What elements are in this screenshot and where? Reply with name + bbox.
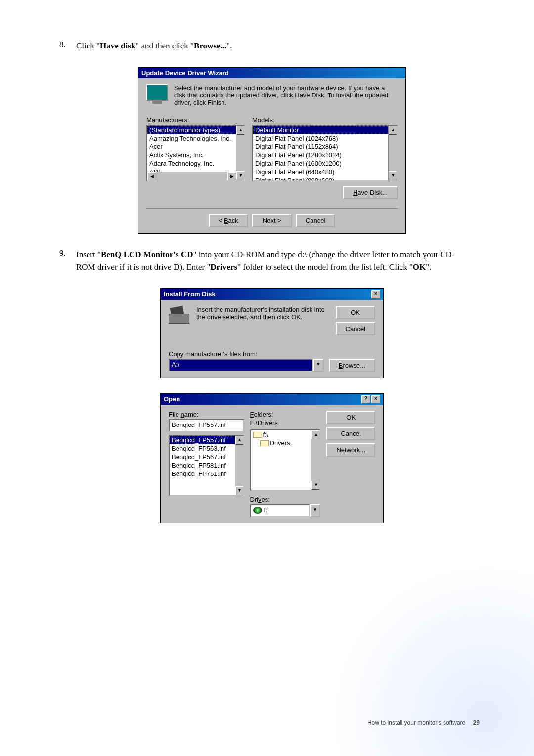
update-driver-wizard-dialog: Update Device Driver Wizard Select the m… bbox=[138, 67, 406, 234]
copy-from-label: Copy manufacturer's files from: bbox=[169, 350, 375, 358]
install-message: Insert the manufacturer's installation d… bbox=[196, 306, 330, 321]
path-input[interactable]: A:\ bbox=[169, 359, 313, 372]
back-button[interactable]: < Back bbox=[209, 214, 248, 227]
scroll-down-icon[interactable]: ▼ bbox=[312, 481, 320, 490]
folder-item[interactable]: f:\ bbox=[251, 430, 320, 439]
scroll-right-icon[interactable]: ▶ bbox=[227, 172, 236, 181]
cancel-button[interactable]: Cancel bbox=[336, 322, 375, 335]
list-item[interactable]: Digital Flat Panel (1600x1200) bbox=[253, 159, 397, 168]
help-icon[interactable]: ? bbox=[361, 395, 370, 403]
manufacturers-listbox[interactable]: (Standard monitor types) Aamazing Techno… bbox=[146, 125, 245, 181]
folder-item[interactable]: Drivers bbox=[251, 439, 320, 447]
filename-label: File name: bbox=[169, 411, 244, 418]
vertical-scrollbar[interactable]: ▲ ▼ bbox=[235, 436, 243, 495]
wizard-title: Update Device Driver Wizard bbox=[141, 69, 229, 77]
list-item[interactable]: (Standard monitor types) bbox=[147, 126, 244, 134]
list-item[interactable]: Digital Flat Panel (800x600) bbox=[253, 176, 397, 181]
monitor-icon bbox=[146, 84, 168, 104]
close-icon[interactable]: × bbox=[371, 395, 380, 403]
folders-path: F:\Drivers bbox=[250, 419, 321, 426]
open-title: Open bbox=[164, 395, 180, 403]
list-item[interactable]: Digital Flat Panel (1024x768) bbox=[253, 134, 397, 142]
list-item[interactable]: Benqlcd_FP567.inf bbox=[170, 453, 243, 461]
list-item[interactable]: Benqlcd_FP563.inf bbox=[170, 444, 243, 453]
ok-button[interactable]: OK bbox=[326, 411, 375, 424]
list-item[interactable]: Digital Flat Panel (1280x1024) bbox=[253, 151, 397, 159]
step8-text: Click "Have disk" and then click "Browse… bbox=[76, 40, 462, 52]
drives-dropdown[interactable]: f: ▼ bbox=[250, 504, 321, 517]
wizard-titlebar: Update Device Driver Wizard bbox=[138, 68, 405, 78]
models-label: Models: bbox=[252, 116, 398, 124]
folder-open-icon bbox=[253, 432, 261, 438]
scroll-down-icon[interactable]: ▼ bbox=[236, 171, 245, 180]
browse-button[interactable]: Browse... bbox=[329, 359, 375, 372]
cancel-button[interactable]: Cancel bbox=[296, 214, 335, 227]
step8-number: 8. bbox=[59, 40, 74, 49]
vertical-scrollbar[interactable]: ▲ ▼ bbox=[311, 430, 319, 490]
drives-label: Drives: bbox=[250, 496, 321, 503]
open-dialog: Open ? × File name: Benqlcd_FP557.inf Be… bbox=[160, 393, 384, 523]
scroll-down-icon[interactable]: ▼ bbox=[235, 486, 244, 495]
chevron-down-icon[interactable]: ▼ bbox=[310, 504, 320, 517]
drive-icon bbox=[253, 507, 262, 514]
footer-text: How to install your monitor's software bbox=[367, 719, 465, 726]
list-item[interactable]: Digital Flat Panel (640x480) bbox=[253, 168, 397, 176]
step-9: 9. Insert "BenQ LCD Monitor's CD" into y… bbox=[59, 248, 485, 274]
filename-input[interactable]: Benqlcd_FP557.inf bbox=[169, 419, 244, 432]
folder-open-icon bbox=[260, 440, 268, 446]
scroll-up-icon[interactable]: ▲ bbox=[235, 436, 244, 445]
path-dropdown[interactable]: A:\ ▼ bbox=[169, 359, 324, 372]
list-item[interactable]: Digital Flat Panel (1152x864) bbox=[253, 142, 397, 151]
scroll-up-icon[interactable]: ▲ bbox=[389, 126, 398, 135]
install-from-disk-dialog: Install From Disk × Insert the manufactu… bbox=[160, 288, 384, 378]
network-button[interactable]: Network... bbox=[326, 443, 375, 457]
step9-text: Insert "BenQ LCD Monitor's CD" into your… bbox=[76, 248, 462, 274]
ok-button[interactable]: OK bbox=[336, 306, 375, 319]
wizard-intro-text: Select the manufacturer and model of you… bbox=[174, 84, 398, 106]
folders-listbox[interactable]: f:\ Drivers ▲ ▼ bbox=[250, 429, 321, 491]
horizontal-scrollbar[interactable]: ◀ ▶ bbox=[147, 172, 236, 180]
list-item[interactable]: Adara Technology, Inc. bbox=[147, 159, 244, 168]
list-item[interactable]: Benqlcd_FP557.inf bbox=[170, 436, 243, 444]
files-listbox[interactable]: Benqlcd_FP557.inf Benqlcd_FP563.inf Benq… bbox=[169, 435, 244, 496]
step-8: 8. Click "Have disk" and then click "Bro… bbox=[59, 40, 485, 52]
scroll-down-icon[interactable]: ▼ bbox=[389, 171, 398, 180]
list-item[interactable]: Aamazing Technologies, Inc. bbox=[147, 134, 244, 142]
drive-value[interactable]: f: bbox=[250, 504, 310, 517]
open-titlebar: Open ? × bbox=[161, 394, 383, 405]
list-item[interactable]: Actix Systems, Inc. bbox=[147, 151, 244, 159]
vertical-scrollbar[interactable]: ▲ ▼ bbox=[236, 126, 244, 180]
manufacturers-label: Manufacturers: bbox=[146, 116, 245, 124]
cancel-button[interactable]: Cancel bbox=[326, 427, 375, 440]
step9-number: 9. bbox=[59, 248, 74, 258]
disk-insert-icon bbox=[169, 306, 190, 324]
have-disk-button[interactable]: Have Disk... bbox=[343, 186, 398, 199]
chevron-down-icon[interactable]: ▼ bbox=[313, 359, 324, 372]
list-item[interactable]: Benqlcd_FP751.inf bbox=[170, 470, 243, 478]
folders-label: Folders: bbox=[250, 411, 321, 418]
list-item[interactable]: Default Monitor bbox=[253, 126, 397, 134]
scroll-up-icon[interactable]: ▲ bbox=[236, 126, 245, 135]
list-item[interactable]: Benqlcd_FP581.inf bbox=[170, 461, 243, 470]
close-icon[interactable]: × bbox=[371, 290, 380, 298]
page-number: 29 bbox=[473, 719, 480, 726]
vertical-scrollbar[interactable]: ▲ ▼ bbox=[388, 126, 397, 180]
install-titlebar: Install From Disk × bbox=[161, 289, 383, 300]
scroll-left-icon[interactable]: ◀ bbox=[147, 172, 156, 181]
install-title: Install From Disk bbox=[164, 290, 216, 298]
models-listbox[interactable]: Default Monitor Digital Flat Panel (1024… bbox=[252, 125, 398, 181]
list-item[interactable]: Acer bbox=[147, 142, 244, 151]
scroll-up-icon[interactable]: ▲ bbox=[312, 430, 320, 439]
page-footer: How to install your monitor's software 2… bbox=[367, 719, 480, 726]
next-button[interactable]: Next > bbox=[252, 214, 292, 227]
